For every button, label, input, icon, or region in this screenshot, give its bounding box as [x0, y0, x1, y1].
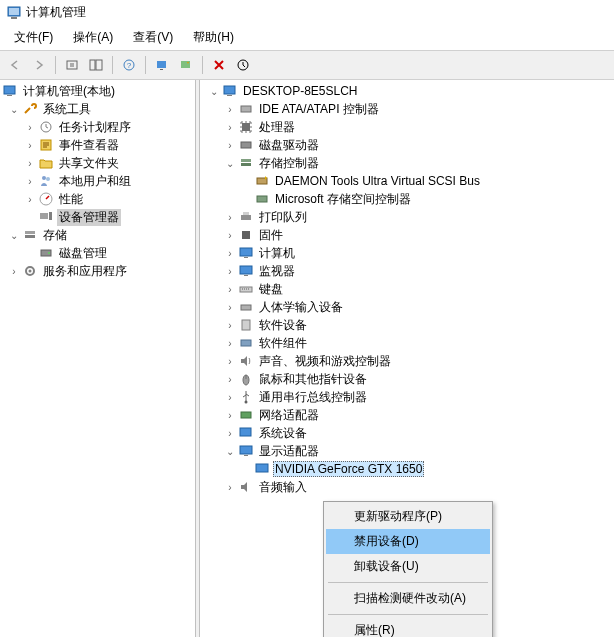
expander-icon[interactable]: ⌄	[222, 155, 238, 171]
expander-icon[interactable]: ›	[222, 299, 238, 315]
storage-icon	[22, 227, 38, 243]
svg-text:?: ?	[127, 61, 132, 70]
device-processors[interactable]: ›处理器	[200, 118, 614, 136]
device-system-dev[interactable]: ›系统设备	[200, 424, 614, 442]
expander-icon[interactable]: ›	[22, 155, 38, 171]
system-icon	[238, 425, 254, 441]
expander-icon[interactable]: ›	[222, 389, 238, 405]
tree-device-manager[interactable]: 设备管理器	[0, 208, 195, 226]
tree-services-apps[interactable]: › 服务和应用程序	[0, 262, 195, 280]
svg-point-26	[29, 270, 32, 273]
expander-icon[interactable]: ›	[222, 425, 238, 441]
device-root[interactable]: ⌄ DESKTOP-8E5SLCH	[200, 82, 614, 100]
expander-icon[interactable]: ›	[222, 479, 238, 495]
menu-update-driver[interactable]: 更新驱动程序(P)	[326, 504, 490, 529]
menu-uninstall-device[interactable]: 卸载设备(U)	[326, 554, 490, 579]
expander-icon[interactable]: ›	[222, 137, 238, 153]
device-network[interactable]: ›网络适配器	[200, 406, 614, 424]
expander-icon[interactable]: ›	[222, 407, 238, 423]
expander-icon[interactable]: ›	[222, 209, 238, 225]
scan-button[interactable]	[151, 54, 173, 76]
tree-event-viewer[interactable]: › 事件查看器	[0, 136, 195, 154]
scsi-icon	[254, 173, 270, 189]
expander-icon[interactable]: ›	[222, 245, 238, 261]
tree-storage[interactable]: ⌄ 存储	[0, 226, 195, 244]
device-daemon[interactable]: DAEMON Tools Ultra Virtual SCSI Bus	[200, 172, 614, 190]
scsi-icon	[254, 191, 270, 207]
mouse-icon	[238, 371, 254, 387]
forward-button[interactable]	[28, 54, 50, 76]
tree-performance[interactable]: › 性能	[0, 190, 195, 208]
expander-icon[interactable]: ›	[222, 317, 238, 333]
svg-rect-20	[49, 212, 52, 220]
expander-icon[interactable]: ›	[222, 281, 238, 297]
expander-icon[interactable]: ›	[22, 137, 38, 153]
monitor-icon	[238, 263, 254, 279]
expander-icon[interactable]: ⌄	[222, 443, 238, 459]
expander-icon[interactable]: ›	[222, 353, 238, 369]
device-ms-storage[interactable]: Microsoft 存储空间控制器	[200, 190, 614, 208]
menu-scan-hardware[interactable]: 扫描检测硬件改动(A)	[326, 586, 490, 611]
device-monitors[interactable]: ›监视器	[200, 262, 614, 280]
expander-icon[interactable]: ›	[222, 335, 238, 351]
tree-task-scheduler[interactable]: › 任务计划程序	[0, 118, 195, 136]
device-display[interactable]: ⌄显示适配器	[200, 442, 614, 460]
menu-disable-device[interactable]: 禁用设备(D)	[326, 529, 490, 554]
expander-icon[interactable]: ›	[22, 119, 38, 135]
device-firmware[interactable]: ›固件	[200, 226, 614, 244]
expander-icon[interactable]: ›	[22, 173, 38, 189]
device-sound[interactable]: ›声音、视频和游戏控制器	[200, 352, 614, 370]
expander-icon[interactable]: ⌄	[6, 227, 22, 243]
menu-help[interactable]: 帮助(H)	[183, 27, 244, 48]
svg-rect-46	[241, 340, 251, 346]
help-button[interactable]: ?	[118, 54, 140, 76]
device-software-dev[interactable]: ›软件设备	[200, 316, 614, 334]
up-button[interactable]	[61, 54, 83, 76]
device-mice[interactable]: ›鼠标和其他指针设备	[200, 370, 614, 388]
usb-icon	[238, 389, 254, 405]
expander-icon[interactable]: ›	[222, 119, 238, 135]
expander-icon[interactable]: ›	[222, 371, 238, 387]
disable-button[interactable]	[208, 54, 230, 76]
tree-shared-folders[interactable]: › 共享文件夹	[0, 154, 195, 172]
show-hide-button[interactable]	[85, 54, 107, 76]
device-disk-drives[interactable]: ›磁盘驱动器	[200, 136, 614, 154]
expander-icon[interactable]: ›	[222, 227, 238, 243]
device-audio[interactable]: ›音频输入	[200, 478, 614, 496]
svg-rect-13	[7, 95, 12, 96]
expander-icon[interactable]: ›	[222, 263, 238, 279]
menu-file[interactable]: 文件(F)	[4, 27, 63, 48]
menu-properties[interactable]: 属性(R)	[326, 618, 490, 637]
device-usb[interactable]: ›通用串行总线控制器	[200, 388, 614, 406]
device-hid[interactable]: ›人体学输入设备	[200, 298, 614, 316]
device-gtx[interactable]: NVIDIA GeForce GTX 1650	[200, 460, 614, 478]
device-keyboards[interactable]: ›键盘	[200, 280, 614, 298]
ide-icon	[238, 101, 254, 117]
tree-root[interactable]: 计算机管理(本地)	[0, 82, 195, 100]
back-button[interactable]	[4, 54, 26, 76]
menu-action[interactable]: 操作(A)	[63, 27, 123, 48]
expander-icon[interactable]: ›	[222, 101, 238, 117]
tree-local-users[interactable]: › 本地用户和组	[0, 172, 195, 190]
device-ide[interactable]: ›IDE ATA/ATAPI 控制器	[200, 100, 614, 118]
expander-icon[interactable]: ›	[6, 263, 22, 279]
update-button[interactable]	[232, 54, 254, 76]
expander-icon[interactable]: ⌄	[206, 83, 222, 99]
expander-icon[interactable]: ›	[22, 191, 38, 207]
svg-rect-42	[244, 275, 248, 276]
tree-system-tools[interactable]: ⌄ 系统工具	[0, 100, 195, 118]
expander-icon[interactable]: ⌄	[6, 101, 22, 117]
device-print-queue[interactable]: ›打印队列	[200, 208, 614, 226]
window-title: 计算机管理	[26, 4, 86, 21]
tree-disk-mgmt[interactable]: 磁盘管理	[0, 244, 195, 262]
users-icon	[38, 173, 54, 189]
svg-rect-22	[25, 235, 35, 238]
menu-view[interactable]: 查看(V)	[123, 27, 183, 48]
device-computer[interactable]: ›计算机	[200, 244, 614, 262]
manage-button[interactable]	[175, 54, 197, 76]
device-storage-ctrl[interactable]: ⌄存储控制器	[200, 154, 614, 172]
svg-rect-30	[242, 123, 250, 131]
svg-rect-44	[241, 305, 251, 310]
svg-rect-53	[244, 455, 248, 456]
device-software-comp[interactable]: ›软件组件	[200, 334, 614, 352]
